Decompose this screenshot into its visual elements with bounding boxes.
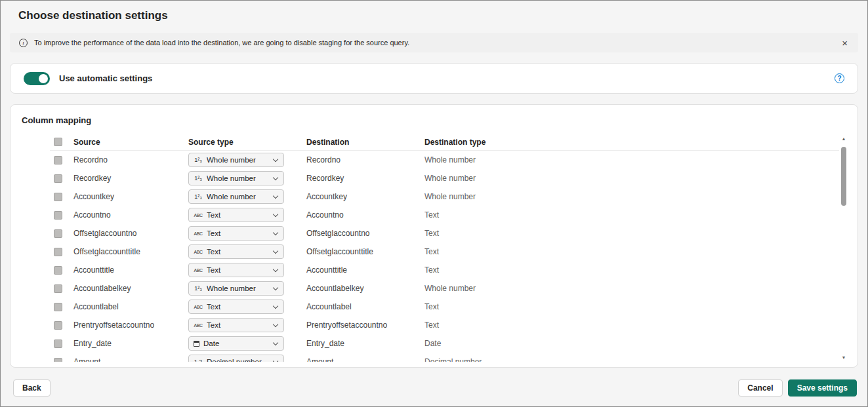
chevron-down-icon bbox=[273, 321, 278, 326]
type-icon: ABC bbox=[194, 268, 203, 273]
column-mapping-title: Column mapping bbox=[22, 115, 91, 125]
type-icon: 1²₃ bbox=[194, 176, 203, 182]
table-row: Accountkey 1²₃ Whole number Accountkey W… bbox=[50, 187, 848, 206]
row-source: Entry_date bbox=[73, 339, 188, 348]
source-type-dropdown[interactable]: ABC Text bbox=[188, 244, 284, 259]
source-type-dropdown[interactable]: ABC Text bbox=[188, 208, 284, 222]
row-destination-type: Whole number bbox=[424, 284, 838, 293]
row-checkbox[interactable] bbox=[54, 321, 62, 330]
info-banner: i To improve the performance of the data… bbox=[10, 33, 858, 52]
row-destination: Entry_date bbox=[306, 339, 424, 348]
table-row: Accountlabelkey 1²₃ Whole number Account… bbox=[50, 279, 848, 298]
source-type-label: Decimal number bbox=[207, 358, 270, 362]
type-icon: ABC bbox=[194, 231, 203, 236]
chevron-down-icon bbox=[273, 358, 278, 362]
row-checkbox[interactable] bbox=[54, 266, 62, 275]
source-type-dropdown[interactable]: ABC Text bbox=[188, 263, 284, 277]
row-destination-type: Whole number bbox=[424, 192, 838, 201]
row-checkbox[interactable] bbox=[54, 358, 62, 362]
back-button[interactable]: Back bbox=[13, 379, 51, 397]
mapping-table: Source Source type Destination Destinati… bbox=[50, 134, 848, 362]
automatic-settings-toggle[interactable] bbox=[24, 72, 50, 85]
row-destination-type: Text bbox=[424, 210, 838, 220]
row-checkbox[interactable] bbox=[54, 284, 62, 293]
source-type-dropdown[interactable]: 1²₃ Whole number bbox=[188, 281, 284, 296]
save-settings-button[interactable]: Save settings bbox=[788, 379, 857, 397]
scroll-up-icon[interactable]: ▲ bbox=[842, 134, 846, 143]
source-type-label: Text bbox=[207, 321, 270, 329]
row-source: Offsetglaccountno bbox=[73, 229, 188, 238]
table-row: Accountlabel ABC Text Accountlabel Text bbox=[50, 298, 848, 316]
select-all-checkbox[interactable] bbox=[54, 138, 62, 146]
chevron-down-icon bbox=[273, 248, 278, 253]
info-icon: i bbox=[19, 39, 28, 47]
type-icon: ABC bbox=[194, 250, 203, 254]
cancel-button[interactable]: Cancel bbox=[738, 379, 782, 397]
scrollbar-track[interactable] bbox=[839, 143, 848, 353]
row-destination-type: Text bbox=[424, 247, 838, 256]
row-checkbox[interactable] bbox=[54, 156, 62, 165]
source-type-dropdown[interactable]: 1²₃ Whole number bbox=[188, 153, 284, 167]
source-type-label: Whole number bbox=[207, 193, 270, 201]
source-type-dropdown[interactable]: 1²₃ Whole number bbox=[188, 189, 284, 204]
source-type-dropdown[interactable]: 1²₃ Whole number bbox=[188, 171, 284, 185]
row-destination: Accountlabelkey bbox=[306, 284, 424, 293]
table-row: Entry_date Date Entry_date Date bbox=[50, 334, 848, 353]
banner-text: To improve the performance of the data l… bbox=[34, 39, 834, 47]
automatic-settings-card: Use automatic settings ? bbox=[10, 63, 858, 94]
row-source: Recordno bbox=[73, 155, 188, 165]
row-checkbox[interactable] bbox=[54, 248, 62, 256]
row-source: Offsetglaccounttitle bbox=[73, 247, 188, 256]
mapping-table-header: Source Source type Destination Destinati… bbox=[50, 134, 848, 151]
row-destination-type: Decimal number bbox=[424, 357, 838, 362]
destination-settings-dialog: Choose destination settings i To improve… bbox=[0, 0, 868, 407]
row-source: Accountlabelkey bbox=[73, 284, 188, 293]
chevron-down-icon bbox=[273, 266, 278, 271]
source-type-label: Whole number bbox=[207, 174, 270, 182]
type-icon: ABC bbox=[194, 323, 203, 328]
source-type-dropdown[interactable]: Date bbox=[188, 336, 284, 351]
row-destination-type: Text bbox=[424, 302, 838, 311]
toggle-knob bbox=[39, 74, 48, 83]
source-type-dropdown[interactable]: 1.2 Decimal number bbox=[188, 355, 284, 362]
scrollbar-thumb[interactable] bbox=[841, 147, 846, 206]
source-type-label: Date bbox=[203, 339, 270, 347]
row-source: Accounttitle bbox=[73, 265, 188, 275]
row-checkbox[interactable] bbox=[54, 193, 62, 201]
help-icon[interactable]: ? bbox=[835, 73, 844, 83]
source-type-dropdown[interactable]: ABC Text bbox=[188, 300, 284, 314]
table-row: Accounttitle ABC Text Accounttitle Text bbox=[50, 261, 848, 279]
row-destination: Amount bbox=[306, 357, 424, 362]
row-source: Accountlabel bbox=[73, 302, 188, 311]
page-title: Choose destination settings bbox=[18, 9, 168, 22]
row-checkbox[interactable] bbox=[54, 174, 62, 183]
source-type-dropdown[interactable]: ABC Text bbox=[188, 226, 284, 241]
row-destination: Offsetglaccountno bbox=[306, 229, 424, 238]
row-source: Amount bbox=[73, 357, 188, 362]
vertical-scrollbar[interactable]: ▲ ▼ bbox=[839, 134, 848, 362]
row-checkbox[interactable] bbox=[54, 303, 62, 311]
source-type-label: Text bbox=[207, 303, 270, 311]
row-destination: Prentryoffsetaccountno bbox=[306, 320, 424, 330]
column-mapping-card: Column mapping Source Source type Destin… bbox=[10, 104, 858, 368]
close-icon[interactable]: × bbox=[840, 38, 849, 48]
table-row: Accountno ABC Text Accountno Text bbox=[50, 206, 848, 224]
chevron-down-icon bbox=[273, 193, 278, 198]
source-type-label: Text bbox=[207, 266, 270, 274]
source-type-dropdown[interactable]: ABC Text bbox=[188, 318, 284, 332]
chevron-down-icon bbox=[273, 156, 278, 161]
source-type-label: Text bbox=[207, 248, 270, 256]
type-icon: 1.2 bbox=[194, 359, 203, 362]
row-checkbox[interactable] bbox=[54, 339, 62, 348]
row-destination-type: Whole number bbox=[424, 174, 838, 183]
table-row: Offsetglaccounttitle ABC Text Offsetglac… bbox=[50, 242, 848, 261]
table-row: Recordno 1²₃ Whole number Recordno Whole… bbox=[50, 151, 848, 169]
row-destination-type: Text bbox=[424, 265, 838, 275]
source-type-label: Text bbox=[207, 211, 270, 219]
row-checkbox[interactable] bbox=[54, 211, 62, 220]
row-destination-type: Text bbox=[424, 229, 838, 238]
table-row: Prentryoffsetaccountno ABC Text Prentryo… bbox=[50, 316, 848, 334]
row-checkbox[interactable] bbox=[54, 229, 62, 238]
footer-actions: Cancel Save settings bbox=[738, 379, 857, 397]
scroll-down-icon[interactable]: ▼ bbox=[842, 353, 846, 362]
